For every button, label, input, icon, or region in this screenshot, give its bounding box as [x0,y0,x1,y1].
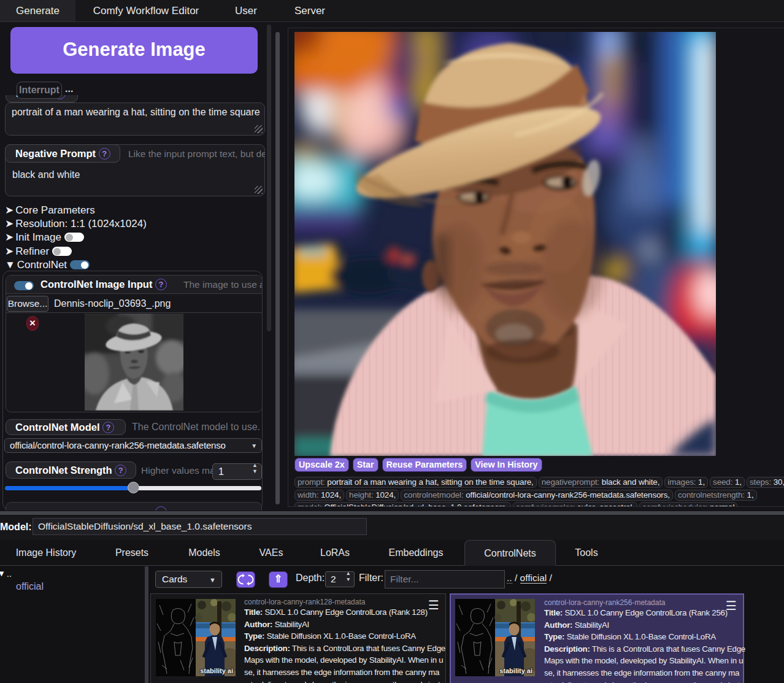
svg-text:stability ai: stability ai [200,667,233,674]
svg-text:stability ai: stability ai [499,667,532,674]
